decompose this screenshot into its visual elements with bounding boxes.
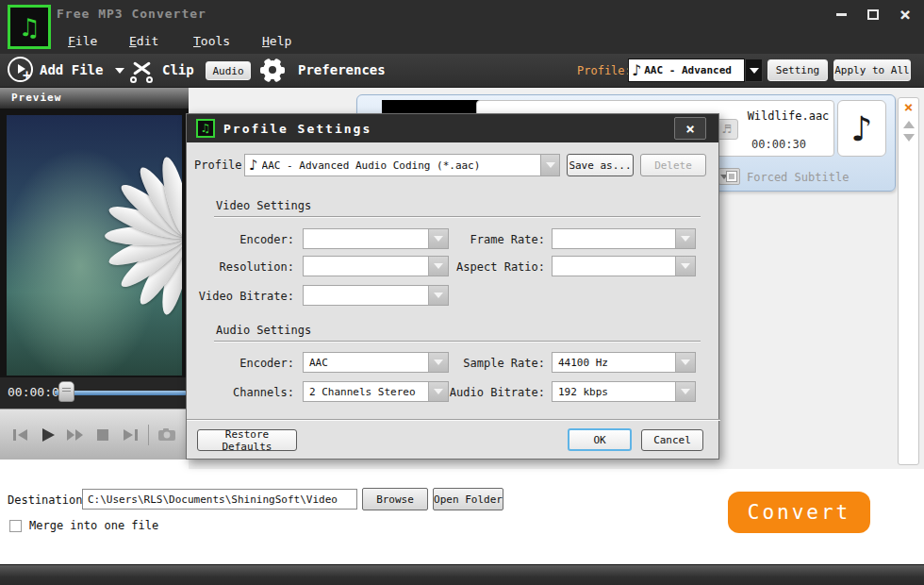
setting-button[interactable]: Setting — [767, 59, 828, 81]
chevron-down-icon — [675, 382, 695, 401]
video-bitrate-label: Video Bitrate: — [190, 290, 294, 303]
frame-rate-select[interactable] — [552, 228, 696, 249]
add-file-icon[interactable]: + — [8, 57, 33, 82]
close-icon: × — [899, 5, 911, 24]
maximize-icon — [867, 9, 879, 20]
clip-button[interactable]: Clip — [162, 62, 194, 77]
minimize-icon — [836, 13, 847, 16]
sample-rate-select[interactable]: 44100 Hz — [552, 352, 696, 373]
video-encoder-label: Encoder: — [190, 233, 294, 246]
menu-help[interactable]: Help — [262, 34, 291, 48]
section-divider — [214, 216, 701, 218]
chevron-down-icon — [675, 229, 695, 248]
profile-settings-dialog: ♫ Profile Settings × Profile: ♪ AAC - Ad… — [186, 113, 719, 460]
chevron-down-icon — [675, 353, 695, 372]
music-note-icon: ♪ — [249, 157, 258, 174]
preferences-button[interactable]: Preferences — [298, 62, 386, 77]
dialog-profile-dropdown-button[interactable] — [541, 154, 560, 176]
apply-to-all-button[interactable]: Apply to All — [833, 59, 911, 81]
window-title: Free MP3 Converter — [57, 7, 206, 21]
delete-button[interactable]: Delete — [640, 154, 706, 176]
audio-bitrate-select[interactable]: 192 kbps — [552, 381, 696, 402]
clip-scissors-icon[interactable] — [129, 58, 154, 82]
music-note-icon: ♪ — [851, 109, 873, 148]
profile-dropdown-button[interactable] — [745, 58, 763, 82]
resolution-label: Resolution: — [190, 260, 294, 274]
app-window: ♫ Free MP3 Converter × File Edit Tools H… — [0, 0, 924, 585]
save-as-button[interactable]: Save as... — [567, 154, 634, 176]
footer-divider — [187, 419, 720, 421]
dialog-profile-label: Profile: — [194, 159, 245, 172]
ok-button[interactable]: OK — [568, 428, 632, 451]
stop-button[interactable] — [93, 426, 112, 443]
profile-select[interactable]: ♪ AAC - Advanced — [628, 58, 745, 82]
status-bar — [0, 564, 924, 585]
video-bitrate-select[interactable] — [303, 285, 449, 306]
add-file-button[interactable]: Add File — [40, 62, 103, 77]
window-controls: × — [830, 4, 916, 25]
browse-button[interactable]: Browse — [362, 488, 428, 510]
gear-icon[interactable] — [258, 56, 287, 84]
dialog-profile-value: AAC - Advanced Audio Coding (*.aac) — [262, 159, 481, 172]
snapshot-camera-icon[interactable] — [157, 426, 176, 443]
audio-settings-header: Audio Settings — [216, 324, 311, 337]
playback-controls — [0, 409, 189, 460]
fast-forward-button[interactable] — [66, 426, 85, 443]
video-settings-header: Video Settings — [216, 199, 311, 212]
preview-header: Preview — [0, 88, 189, 109]
open-folder-button[interactable]: Open Folder — [433, 488, 503, 510]
convert-button[interactable]: Convert — [728, 492, 870, 533]
app-logo-icon: ♫ — [8, 5, 51, 49]
chevron-down-icon — [750, 68, 759, 74]
sample-rate-label: Sample Rate: — [427, 357, 545, 370]
preview-video-frame — [7, 115, 182, 376]
cancel-button[interactable]: Cancel — [641, 429, 703, 451]
close-button[interactable]: × — [894, 5, 916, 24]
preview-panel: Preview 00:00:00 — [0, 88, 189, 460]
dialog-close-button[interactable]: × — [674, 117, 706, 140]
maximize-button[interactable] — [862, 5, 884, 24]
menu-edit[interactable]: Edit — [129, 34, 158, 48]
menu-tools[interactable]: Tools — [193, 34, 230, 48]
audio-bitrate-label: Audio Bitrate: — [427, 386, 545, 399]
section-divider — [214, 341, 701, 343]
controls-divider — [148, 425, 149, 445]
play-button[interactable] — [39, 426, 58, 443]
merge-checkbox[interactable] — [9, 520, 22, 532]
profile-value: AAC - Advanced — [644, 64, 732, 76]
file-actions-strip: × — [898, 97, 919, 465]
music-note-icon: ♪ — [632, 61, 641, 79]
move-down-icon[interactable] — [903, 134, 915, 142]
destination-input[interactable] — [82, 489, 357, 510]
profile-label: Profile: — [577, 64, 632, 77]
previous-button[interactable] — [11, 426, 30, 443]
minimize-button[interactable] — [830, 5, 852, 24]
music-note-icon: ♫ — [18, 15, 40, 40]
move-up-icon[interactable] — [903, 121, 915, 128]
forced-subtitle-label: Forced Subtitle — [747, 171, 849, 184]
add-file-dropdown-icon[interactable] — [115, 68, 124, 74]
next-button[interactable] — [121, 426, 140, 443]
forced-subtitle-combo[interactable] — [718, 168, 740, 185]
audio-encoder-label: Encoder: — [190, 357, 294, 370]
frame-rate-label: Frame Rate: — [427, 233, 545, 246]
merge-label: Merge into one file — [29, 519, 158, 532]
seek-track[interactable] — [55, 391, 187, 395]
file-name: Wildlife.aac — [743, 109, 833, 123]
seek-bar-row: 00:00:00 — [0, 377, 189, 409]
remove-file-icon[interactable]: × — [899, 100, 918, 115]
chevron-down-icon — [675, 257, 695, 276]
dialog-profile-select[interactable]: ♪ AAC - Advanced Audio Coding (*.aac) — [244, 154, 541, 176]
audio-button[interactable]: Audio — [206, 61, 251, 80]
dialog-app-icon: ♫ — [196, 119, 215, 138]
seek-thumb[interactable] — [58, 381, 74, 402]
chevron-down-icon — [546, 162, 555, 168]
chevron-down-icon — [428, 286, 448, 305]
audio-note-badge: ♪ — [837, 100, 886, 157]
destination-label: Destination: — [8, 493, 90, 507]
file-duration: 00:00:30 — [741, 138, 817, 151]
restore-defaults-button[interactable]: Restore Defaults — [197, 429, 297, 451]
menu-file[interactable]: File — [68, 34, 97, 48]
aspect-ratio-select[interactable] — [552, 256, 696, 276]
channels-label: Channels: — [190, 386, 294, 399]
